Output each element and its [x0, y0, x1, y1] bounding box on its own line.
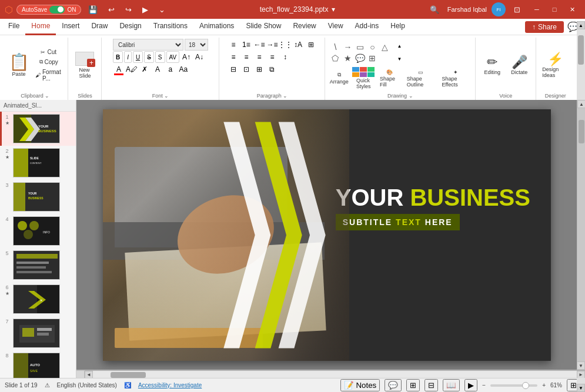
clipboard-expand-icon[interactable]: ⌄: [45, 93, 49, 99]
tab-review[interactable]: Review: [287, 19, 322, 35]
char-spacing-button[interactable]: AV: [166, 51, 180, 63]
underline-button[interactable]: U: [133, 51, 143, 63]
font-color-button[interactable]: A: [113, 63, 125, 75]
shape-rect[interactable]: ▭: [355, 42, 365, 52]
plus-zoom[interactable]: +: [542, 382, 546, 388]
decrease-indent-button[interactable]: ←≡: [253, 39, 265, 51]
scroll-down-btn[interactable]: ▼: [577, 361, 585, 370]
copy-button[interactable]: ⧉ Copy: [33, 58, 64, 66]
shape-more[interactable]: ⊞: [367, 53, 377, 63]
bold-button[interactable]: B: [113, 51, 123, 63]
zoom-slider[interactable]: [490, 384, 537, 387]
tab-animations[interactable]: Animations: [193, 19, 240, 35]
font-size-select[interactable]: 18: [185, 39, 208, 51]
tab-view[interactable]: View: [322, 19, 349, 35]
slide-thumb-3[interactable]: 3 YOUR BUSINESS: [0, 180, 76, 214]
increase-size-btn[interactable]: A: [152, 63, 163, 75]
columns-split-button[interactable]: ⊟: [228, 63, 239, 75]
shapes-scroll-down[interactable]: ▼: [393, 53, 405, 65]
shape-fill-button[interactable]: 🎨 Shape Fill: [377, 68, 402, 89]
tab-help[interactable]: Help: [385, 19, 411, 35]
scroll-up-btn[interactable]: ▲: [577, 100, 585, 108]
columns-button[interactable]: ⋮⋮: [279, 39, 291, 51]
minus-zoom[interactable]: −: [482, 382, 486, 388]
smart-art-btn[interactable]: ⊞: [305, 39, 317, 51]
shapes-scroll-up[interactable]: ▲: [393, 40, 405, 52]
slide-thumb-2[interactable]: 2 ★ SLIDE CONTENT: [0, 146, 76, 180]
scroll-right-btn[interactable]: ►: [577, 371, 585, 378]
align-right-button[interactable]: ≡: [253, 51, 265, 63]
redo-button[interactable]: ↪: [122, 4, 135, 15]
share-button[interactable]: ↑ Share: [525, 21, 564, 33]
align-text-button[interactable]: ⊞: [253, 63, 265, 75]
avatar[interactable]: FI: [492, 2, 506, 16]
slide-thumb-4[interactable]: 4 INFO: [0, 214, 76, 248]
slide-thumb-8[interactable]: 8 AUTO SAVE: [0, 350, 76, 378]
tab-transitions[interactable]: Transitions: [148, 19, 193, 35]
minimize-button[interactable]: ─: [529, 4, 545, 15]
align-center-button[interactable]: ≡: [240, 51, 252, 63]
dictate-button[interactable]: 🎤 Dictate: [506, 55, 532, 76]
shape-triangle[interactable]: △: [379, 42, 390, 52]
save-button[interactable]: 💾: [85, 4, 101, 15]
slide-thumb-6[interactable]: 6 ★ ✕: [0, 282, 76, 316]
numbering-button[interactable]: 1≡: [240, 39, 252, 51]
decrease-font-button[interactable]: A↓: [193, 51, 205, 63]
shape-callout[interactable]: 💬: [355, 53, 365, 63]
close-button[interactable]: ✕: [564, 4, 580, 15]
tab-draw[interactable]: Draw: [85, 19, 113, 35]
normal-view-btn[interactable]: ⊞: [406, 379, 420, 391]
right-scrollbar[interactable]: ▲ ▼: [577, 100, 585, 370]
more-tools-button[interactable]: ⌄: [155, 4, 169, 15]
scroll-left-btn[interactable]: ◄: [85, 371, 93, 378]
autosave-control[interactable]: AutoSave ON: [16, 5, 81, 15]
shape-star[interactable]: ★: [342, 53, 353, 63]
search-button[interactable]: 🔍: [426, 4, 443, 15]
slideshow-view-btn[interactable]: ▶: [464, 379, 477, 391]
h-scroll-bar[interactable]: ◄ ►: [85, 370, 585, 378]
design-ideas-button[interactable]: ⚡ Design Ideas: [540, 52, 571, 79]
present-button[interactable]: ▶: [139, 4, 152, 15]
h-scroll-thumb[interactable]: [111, 372, 146, 378]
accessibility-label[interactable]: Accessibility: Investigate: [138, 382, 202, 388]
highlight-button[interactable]: A🖊: [126, 63, 138, 75]
tab-slideshow[interactable]: Slide Show: [240, 19, 287, 35]
shape-line[interactable]: \: [330, 42, 340, 52]
shadow-button[interactable]: S: [155, 51, 165, 63]
editing-button[interactable]: ✏ Editing: [479, 55, 505, 76]
reading-view-btn[interactable]: 📖: [443, 379, 460, 391]
italic-button[interactable]: I: [124, 51, 132, 63]
paste-button[interactable]: 📋 Paste: [6, 53, 32, 78]
format-painter-button[interactable]: 🖌 Format P...: [33, 68, 64, 83]
view-toggle-button[interactable]: ⊡: [510, 4, 524, 15]
justify-button[interactable]: ≡: [266, 51, 278, 63]
clear-format-button[interactable]: ✗: [139, 63, 151, 75]
slide-thumb-5[interactable]: 5: [0, 248, 76, 282]
shape-outline-button[interactable]: ▭ Shape Outline: [405, 68, 437, 89]
para-expand-icon[interactable]: ⌄: [283, 93, 288, 99]
tab-addins[interactable]: Add-ins: [349, 19, 385, 35]
tab-design[interactable]: Design: [113, 19, 147, 35]
font-expand-icon[interactable]: ⌄: [164, 93, 169, 99]
bullets-button[interactable]: ≡: [228, 39, 239, 51]
increase-indent-button[interactable]: →≡: [266, 39, 278, 51]
text-dir-button[interactable]: ↕A: [292, 39, 304, 51]
slide-sorter-btn[interactable]: ⊟: [424, 379, 438, 391]
cut-button[interactable]: ✂ Cut: [33, 48, 64, 56]
shape-arrow[interactable]: →: [342, 42, 353, 52]
maximize-button[interactable]: □: [546, 4, 563, 15]
align-left-button[interactable]: ≡: [228, 51, 239, 63]
drawing-expand-icon[interactable]: ⌄: [409, 93, 413, 99]
v-scroll-thumb[interactable]: [579, 120, 584, 143]
notes-button[interactable]: 📝 Notes: [340, 379, 380, 391]
tab-insert[interactable]: Insert: [56, 19, 85, 35]
font-family-select[interactable]: Calibri: [113, 39, 183, 51]
new-slide-button[interactable]: + NewSlide: [72, 51, 98, 80]
slide-thumb-7[interactable]: 7: [0, 316, 76, 350]
file-dropdown-icon[interactable]: ▾: [332, 5, 335, 14]
autosave-toggle[interactable]: [49, 6, 65, 14]
line-spacing-button[interactable]: ↕: [279, 51, 291, 63]
tab-home[interactable]: Home: [25, 19, 56, 35]
quick-styles-button[interactable]: QuickStyles: [352, 66, 375, 91]
increase-font-button[interactable]: A↑: [180, 51, 192, 63]
